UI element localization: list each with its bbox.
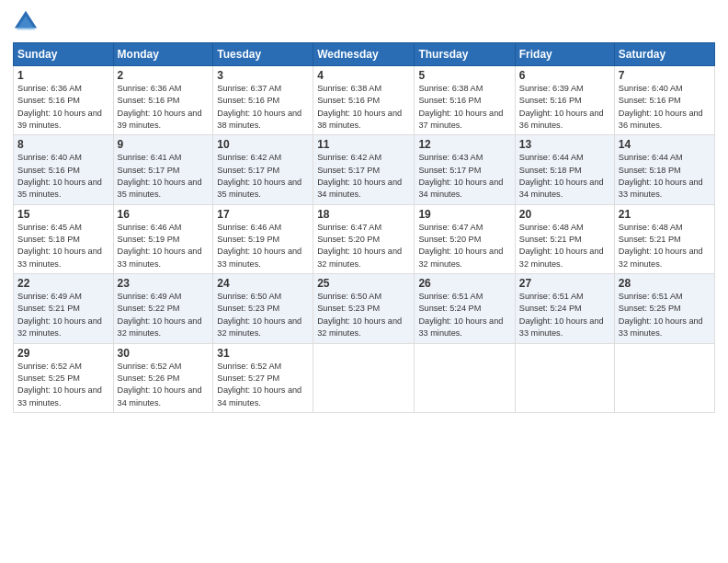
day-number: 10 xyxy=(217,138,309,151)
day-number: 27 xyxy=(519,277,610,290)
day-number: 23 xyxy=(118,277,210,290)
calendar-cell: 29 Sunrise: 6:52 AMSunset: 5:25 PMDaylig… xyxy=(14,343,114,412)
day-info: Sunrise: 6:36 AMSunset: 5:16 PMDaylight:… xyxy=(17,83,109,132)
calendar-cell: 7 Sunrise: 6:40 AMSunset: 5:16 PMDayligh… xyxy=(614,66,714,135)
day-info: Sunrise: 6:48 AMSunset: 5:21 PMDaylight:… xyxy=(519,222,610,270)
weekday-header-friday: Friday xyxy=(515,43,614,66)
day-number: 15 xyxy=(17,208,109,221)
calendar-cell: 30 Sunrise: 6:52 AMSunset: 5:26 PMDaylig… xyxy=(113,343,213,412)
day-number: 1 xyxy=(17,69,109,82)
day-info: Sunrise: 6:38 AMSunset: 5:16 PMDaylight:… xyxy=(418,83,510,132)
day-info: Sunrise: 6:36 AMSunset: 5:16 PMDaylight:… xyxy=(118,83,210,132)
logo-icon xyxy=(13,9,39,35)
calendar-cell: 28 Sunrise: 6:51 AMSunset: 5:25 PMDaylig… xyxy=(614,274,714,343)
day-number: 14 xyxy=(619,138,711,151)
calendar-cell: 22 Sunrise: 6:49 AMSunset: 5:21 PMDaylig… xyxy=(14,274,114,343)
calendar-cell: 10 Sunrise: 6:42 AMSunset: 5:17 PMDaylig… xyxy=(213,135,313,204)
week-row-5: 29 Sunrise: 6:52 AMSunset: 5:25 PMDaylig… xyxy=(14,343,715,412)
day-number: 16 xyxy=(118,208,210,221)
week-row-2: 8 Sunrise: 6:40 AMSunset: 5:16 PMDayligh… xyxy=(14,135,715,204)
calendar-cell: 12 Sunrise: 6:43 AMSunset: 5:17 PMDaylig… xyxy=(415,135,515,204)
day-info: Sunrise: 6:48 AMSunset: 5:21 PMDaylight:… xyxy=(619,222,711,270)
day-info: Sunrise: 6:47 AMSunset: 5:20 PMDaylight:… xyxy=(317,222,410,270)
day-number: 12 xyxy=(418,138,510,151)
calendar-cell: 4 Sunrise: 6:38 AMSunset: 5:16 PMDayligh… xyxy=(313,66,415,135)
day-number: 21 xyxy=(619,208,711,221)
calendar-cell: 21 Sunrise: 6:48 AMSunset: 5:21 PMDaylig… xyxy=(614,204,714,273)
calendar-cell: 11 Sunrise: 6:42 AMSunset: 5:17 PMDaylig… xyxy=(313,135,415,204)
weekday-header-row: SundayMondayTuesdayWednesdayThursdayFrid… xyxy=(14,43,715,66)
calendar-cell: 19 Sunrise: 6:47 AMSunset: 5:20 PMDaylig… xyxy=(415,204,515,273)
calendar-cell: 31 Sunrise: 6:52 AMSunset: 5:27 PMDaylig… xyxy=(213,343,313,412)
day-info: Sunrise: 6:40 AMSunset: 5:16 PMDaylight:… xyxy=(619,83,711,132)
day-info: Sunrise: 6:46 AMSunset: 5:19 PMDaylight:… xyxy=(217,222,309,270)
day-number: 17 xyxy=(217,208,309,221)
weekday-header-thursday: Thursday xyxy=(415,43,515,66)
calendar-cell: 26 Sunrise: 6:51 AMSunset: 5:24 PMDaylig… xyxy=(415,274,515,343)
calendar-cell xyxy=(515,343,614,412)
weekday-header-saturday: Saturday xyxy=(614,43,714,66)
day-number: 20 xyxy=(519,208,610,221)
calendar-cell: 15 Sunrise: 6:45 AMSunset: 5:18 PMDaylig… xyxy=(14,204,114,273)
day-info: Sunrise: 6:51 AMSunset: 5:24 PMDaylight:… xyxy=(418,291,510,339)
calendar-cell xyxy=(415,343,515,412)
day-number: 4 xyxy=(317,69,410,82)
day-number: 9 xyxy=(118,138,210,151)
day-info: Sunrise: 6:49 AMSunset: 5:22 PMDaylight:… xyxy=(118,291,210,339)
day-info: Sunrise: 6:52 AMSunset: 5:25 PMDaylight:… xyxy=(17,361,109,409)
day-number: 8 xyxy=(17,138,109,151)
calendar-cell: 2 Sunrise: 6:36 AMSunset: 5:16 PMDayligh… xyxy=(113,66,213,135)
calendar-cell: 27 Sunrise: 6:51 AMSunset: 5:24 PMDaylig… xyxy=(515,274,614,343)
calendar-cell xyxy=(614,343,714,412)
header xyxy=(13,9,715,35)
day-info: Sunrise: 6:51 AMSunset: 5:24 PMDaylight:… xyxy=(519,291,610,339)
calendar-cell: 1 Sunrise: 6:36 AMSunset: 5:16 PMDayligh… xyxy=(14,66,114,135)
day-number: 19 xyxy=(418,208,510,221)
day-number: 29 xyxy=(17,347,109,360)
day-info: Sunrise: 6:52 AMSunset: 5:26 PMDaylight:… xyxy=(118,361,210,409)
day-number: 26 xyxy=(418,277,510,290)
calendar-table: SundayMondayTuesdayWednesdayThursdayFrid… xyxy=(13,42,715,413)
calendar-cell: 16 Sunrise: 6:46 AMSunset: 5:19 PMDaylig… xyxy=(113,204,213,273)
weekday-header-monday: Monday xyxy=(113,43,213,66)
week-row-1: 1 Sunrise: 6:36 AMSunset: 5:16 PMDayligh… xyxy=(14,66,715,135)
week-row-3: 15 Sunrise: 6:45 AMSunset: 5:18 PMDaylig… xyxy=(14,204,715,273)
day-info: Sunrise: 6:39 AMSunset: 5:16 PMDaylight:… xyxy=(519,83,610,132)
day-number: 5 xyxy=(418,69,510,82)
day-number: 13 xyxy=(519,138,610,151)
calendar-cell: 18 Sunrise: 6:47 AMSunset: 5:20 PMDaylig… xyxy=(313,204,415,273)
day-number: 2 xyxy=(118,69,210,82)
day-number: 6 xyxy=(519,69,610,82)
weekday-header-wednesday: Wednesday xyxy=(313,43,415,66)
day-number: 18 xyxy=(317,208,410,221)
day-info: Sunrise: 6:45 AMSunset: 5:18 PMDaylight:… xyxy=(17,222,109,270)
day-number: 11 xyxy=(317,138,410,151)
calendar-cell: 3 Sunrise: 6:37 AMSunset: 5:16 PMDayligh… xyxy=(213,66,313,135)
day-info: Sunrise: 6:47 AMSunset: 5:20 PMDaylight:… xyxy=(418,222,510,270)
day-info: Sunrise: 6:37 AMSunset: 5:16 PMDaylight:… xyxy=(217,83,309,132)
day-info: Sunrise: 6:42 AMSunset: 5:17 PMDaylight:… xyxy=(317,152,410,201)
day-number: 22 xyxy=(17,277,109,290)
calendar-cell: 20 Sunrise: 6:48 AMSunset: 5:21 PMDaylig… xyxy=(515,204,614,273)
weekday-header-sunday: Sunday xyxy=(14,43,114,66)
weekday-header-tuesday: Tuesday xyxy=(213,43,313,66)
day-info: Sunrise: 6:49 AMSunset: 5:21 PMDaylight:… xyxy=(17,291,109,339)
logo xyxy=(13,9,42,35)
day-number: 7 xyxy=(619,69,711,82)
day-number: 24 xyxy=(217,277,309,290)
day-info: Sunrise: 6:38 AMSunset: 5:16 PMDaylight:… xyxy=(317,83,410,132)
day-info: Sunrise: 6:50 AMSunset: 5:23 PMDaylight:… xyxy=(317,291,410,339)
calendar-cell: 8 Sunrise: 6:40 AMSunset: 5:16 PMDayligh… xyxy=(14,135,114,204)
day-number: 31 xyxy=(217,347,309,360)
day-info: Sunrise: 6:50 AMSunset: 5:23 PMDaylight:… xyxy=(217,291,309,339)
calendar-cell: 23 Sunrise: 6:49 AMSunset: 5:22 PMDaylig… xyxy=(113,274,213,343)
calendar-cell: 9 Sunrise: 6:41 AMSunset: 5:17 PMDayligh… xyxy=(113,135,213,204)
day-info: Sunrise: 6:51 AMSunset: 5:25 PMDaylight:… xyxy=(619,291,711,339)
day-number: 3 xyxy=(217,69,309,82)
week-row-4: 22 Sunrise: 6:49 AMSunset: 5:21 PMDaylig… xyxy=(14,274,715,343)
day-info: Sunrise: 6:52 AMSunset: 5:27 PMDaylight:… xyxy=(217,361,309,409)
day-info: Sunrise: 6:42 AMSunset: 5:17 PMDaylight:… xyxy=(217,152,309,201)
day-info: Sunrise: 6:40 AMSunset: 5:16 PMDaylight:… xyxy=(17,152,109,201)
day-info: Sunrise: 6:41 AMSunset: 5:17 PMDaylight:… xyxy=(118,152,210,201)
day-number: 30 xyxy=(118,347,210,360)
